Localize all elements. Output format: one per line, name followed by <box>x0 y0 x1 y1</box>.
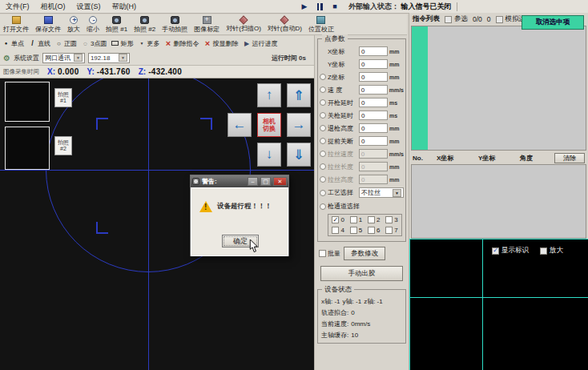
needle-align-auto-button[interactable]: 对针(自动D) <box>264 14 305 34</box>
batch-checkbox[interactable] <box>319 250 326 257</box>
param-radio[interactable] <box>320 151 326 157</box>
param-unit: mm <box>389 177 399 183</box>
channel-option[interactable]: 1 <box>347 216 364 223</box>
save-file-button[interactable]: 保存文件 <box>32 14 64 34</box>
channel-checkbox[interactable] <box>385 216 393 223</box>
batch-checkbox-label[interactable]: 批量 <box>319 249 340 258</box>
param-radio[interactable] <box>320 163 326 170</box>
jog-z-up-button[interactable]: ⇑ <box>287 83 311 107</box>
channel-checkbox[interactable] <box>350 216 357 223</box>
run-progress-button[interactable]: 运行进度 <box>240 39 280 48</box>
needle-align-scan-button[interactable]: 对针(扫描O) <box>223 14 264 34</box>
close-icon[interactable]: ✕ <box>273 177 287 186</box>
param-input[interactable]: 0 <box>359 46 388 56</box>
channel-option[interactable]: 5 <box>347 227 364 234</box>
channel-checkbox[interactable] <box>385 227 393 234</box>
photo-1-button[interactable]: 拍照 #1 <box>103 14 131 34</box>
jog-down-button[interactable]: ↓ <box>257 143 281 167</box>
pause-icon[interactable] <box>314 2 325 11</box>
param-input[interactable]: 0 <box>359 162 388 171</box>
process-radio[interactable] <box>320 190 326 196</box>
stop-icon[interactable] <box>329 2 340 11</box>
param-radio[interactable] <box>320 176 326 183</box>
rectangle-button[interactable]: 矩形 <box>109 39 135 48</box>
more-button[interactable]: 更多 <box>135 39 162 48</box>
minimize-icon[interactable]: – <box>248 177 258 186</box>
comm-mode-select[interactable]: 网口通讯 ▼ <box>42 53 85 63</box>
channel-option[interactable]: 4 <box>329 227 347 234</box>
comm-address-select[interactable]: 192.18 ▼ <box>88 53 130 63</box>
three-point-circle-button[interactable]: 3点圆 <box>79 39 109 48</box>
show-marks-checkbox[interactable] <box>492 247 499 255</box>
param-input[interactable]: 0 <box>359 136 388 146</box>
menu-item[interactable]: 文件(F) <box>0 0 35 13</box>
jog-right-button[interactable]: → <box>287 113 311 137</box>
delete-selected-button[interactable]: 按显删除 <box>201 38 240 48</box>
channel-checkbox[interactable] <box>332 227 339 234</box>
modify-params-button[interactable]: 参数修改 <box>344 247 385 260</box>
channel-checkbox[interactable] <box>368 227 375 234</box>
image-calibration-button[interactable]: 图像标定 <box>191 14 223 34</box>
dialog-title-bar[interactable]: 警告: – ▢ ✕ <box>191 175 288 187</box>
jog-up-button[interactable]: ↑ <box>257 83 281 107</box>
zoom-in-button[interactable]: 放大 <box>64 14 83 34</box>
photo-2-button[interactable]: 拍照 #2 <box>131 14 159 34</box>
multi-select-option[interactable]: 参选 <box>445 14 468 24</box>
z-coordinate: Z: -432.400 <box>139 67 182 76</box>
menu-item[interactable]: 帮助(H) <box>107 0 143 13</box>
channel-checkbox[interactable] <box>350 227 357 234</box>
param-input[interactable]: 0 <box>359 111 388 120</box>
position-preview[interactable]: 显示标识 放大 <box>409 239 588 370</box>
channel-option[interactable]: 6 <box>365 227 383 234</box>
position-correction-button[interactable]: 位置校正 <box>305 14 337 34</box>
param-input[interactable]: 0 <box>359 85 388 95</box>
play-icon[interactable] <box>299 2 310 11</box>
process-select[interactable]: 不拉丝 ▼ <box>359 187 404 198</box>
maximize-icon[interactable]: ▢ <box>260 177 271 186</box>
system-settings-button[interactable]: 系统设置 <box>14 54 39 62</box>
result-list-area[interactable] <box>411 164 586 239</box>
channel-option[interactable]: 7 <box>383 227 401 234</box>
cancel-selection-button[interactable]: 取消选中项 <box>522 15 584 30</box>
zoom-out-button[interactable]: 缩小 <box>83 14 103 34</box>
multi-select-checkbox[interactable] <box>445 16 452 23</box>
param-radio[interactable] <box>320 138 326 144</box>
param-input[interactable]: 0 <box>359 72 388 82</box>
channel-checkbox[interactable] <box>332 216 339 223</box>
channel-checkbox[interactable] <box>368 216 375 223</box>
clear-button[interactable]: 清除 <box>554 153 585 163</box>
param-input[interactable]: 0 <box>359 98 388 107</box>
param-input[interactable]: 0 <box>359 123 388 133</box>
channel-option[interactable]: 3 <box>383 216 401 223</box>
show-marks-option[interactable]: 显示标识 <box>492 246 529 255</box>
manual-photo-button[interactable]: 手动拍照 <box>159 14 191 34</box>
menu-item[interactable]: 相机(O) <box>35 0 71 13</box>
param-radio[interactable] <box>320 86 326 93</box>
delete-command-button[interactable]: 删除指令 <box>162 38 201 48</box>
command-list-area[interactable]: 取消选中项 <box>411 26 586 151</box>
save-icon <box>44 16 53 24</box>
param-input[interactable]: 0 <box>359 175 388 184</box>
circle-button[interactable]: 正圆 <box>53 39 79 48</box>
menu-item[interactable]: 设置(S) <box>71 0 107 13</box>
param-radio[interactable] <box>320 99 326 106</box>
param-radio[interactable] <box>320 112 326 119</box>
param-radio[interactable] <box>320 125 326 131</box>
open-file-button[interactable]: 打开文件 <box>0 14 32 34</box>
channel-option[interactable]: 2 <box>365 216 383 223</box>
single-point-button[interactable]: 单点 <box>0 39 26 48</box>
zoom-checkbox[interactable] <box>540 247 547 255</box>
camera-switch-button[interactable]: 相机 切换 <box>257 113 281 137</box>
channel-radio[interactable] <box>320 203 326 210</box>
manual-glue-button[interactable]: 手动出胶 <box>320 266 402 281</box>
simulate-run-checkbox[interactable] <box>496 16 503 23</box>
param-radio[interactable] <box>320 74 326 80</box>
channel-option[interactable]: 0 <box>329 216 347 223</box>
jog-left-button[interactable]: ← <box>228 113 252 137</box>
jog-z-down-button[interactable]: ⇓ <box>287 143 311 167</box>
chevron-down-icon: ▼ <box>119 54 127 62</box>
line-button[interactable]: 直线 <box>26 39 53 48</box>
param-input[interactable]: 0 <box>359 59 388 69</box>
zoom-option[interactable]: 放大 <box>540 246 563 255</box>
param-input[interactable]: 0 <box>359 149 388 159</box>
